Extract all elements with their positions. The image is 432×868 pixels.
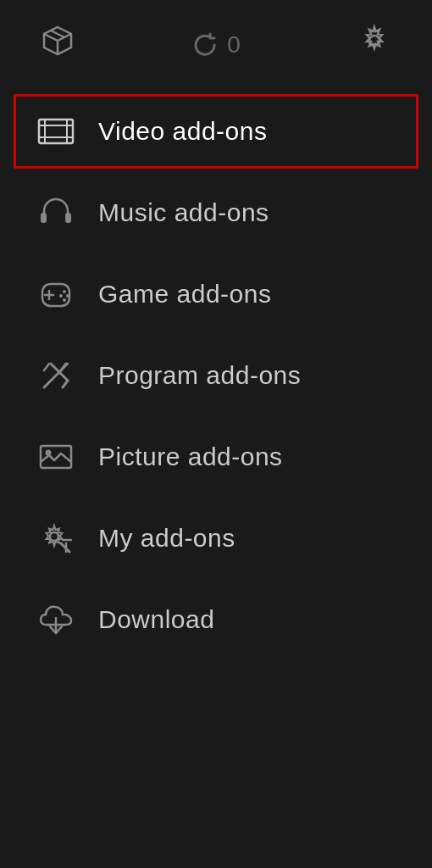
my-addons-icon — [34, 516, 78, 560]
svg-point-15 — [63, 290, 66, 293]
refresh-count: 0 — [227, 31, 241, 58]
svg-point-27 — [50, 532, 58, 541]
settings-icon[interactable] — [357, 24, 391, 65]
game-icon — [34, 272, 78, 316]
header: 0 — [0, 0, 432, 82]
svg-line-24 — [44, 364, 49, 370]
sidebar-item-my-addons[interactable]: My add-ons — [0, 498, 432, 579]
download-label: Download — [98, 605, 214, 634]
music-addons-label: Music add-ons — [98, 198, 269, 227]
svg-point-17 — [66, 294, 69, 298]
my-addons-label: My add-ons — [98, 524, 235, 553]
game-addons-label: Game add-ons — [98, 280, 271, 309]
svg-line-23 — [63, 381, 68, 387]
svg-rect-11 — [41, 213, 47, 223]
program-icon — [34, 353, 78, 398]
svg-point-18 — [63, 298, 66, 302]
refresh-icon — [191, 31, 219, 58]
sidebar-item-program-addons[interactable]: Program add-ons — [0, 335, 432, 416]
video-icon — [34, 109, 78, 153]
music-icon — [34, 191, 78, 235]
video-addons-label: Video add-ons — [98, 117, 267, 146]
svg-rect-12 — [65, 213, 71, 223]
download-icon — [34, 598, 78, 642]
sidebar-item-game-addons[interactable]: Game add-ons — [0, 253, 432, 335]
picture-icon — [34, 435, 78, 479]
sidebar-item-video-addons[interactable]: Video add-ons — [14, 94, 418, 169]
sidebar-item-picture-addons[interactable]: Picture add-ons — [0, 416, 432, 498]
sidebar-item-download[interactable]: Download — [0, 579, 432, 660]
picture-addons-label: Picture add-ons — [98, 442, 283, 471]
program-addons-label: Program add-ons — [98, 361, 301, 390]
svg-line-4 — [51, 31, 64, 37]
refresh-area[interactable]: 0 — [191, 31, 241, 58]
menu-list: Video add-ons Music add-ons — [0, 82, 432, 868]
box-icon[interactable] — [41, 24, 75, 65]
svg-line-1 — [44, 34, 58, 41]
svg-point-16 — [59, 294, 63, 298]
sidebar-item-music-addons[interactable]: Music add-ons — [0, 172, 432, 253]
